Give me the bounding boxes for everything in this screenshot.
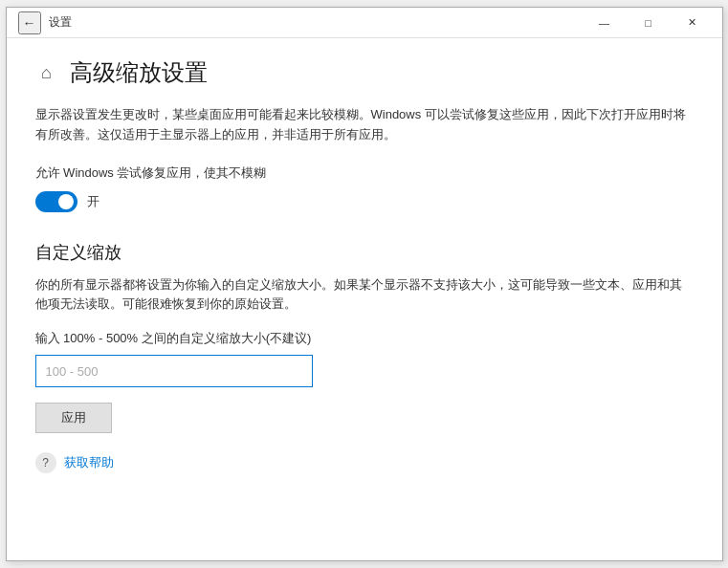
- help-icon: ?: [35, 452, 56, 473]
- title-bar-left: ← 设置: [18, 11, 72, 34]
- custom-scale-description: 你的所有显示器都将设置为你输入的自定义缩放大小。如果某个显示器不支持该大小，这可…: [35, 275, 694, 316]
- fix-blur-toggle[interactable]: [35, 191, 77, 212]
- minimize-button[interactable]: —: [583, 8, 627, 38]
- page-header: ⌂ 高级缩放设置: [35, 57, 694, 88]
- help-row: ? 获取帮助: [35, 452, 694, 473]
- custom-scale-title: 自定义缩放: [35, 241, 694, 264]
- toggle-section-label: 允许 Windows 尝试修复应用，使其不模糊: [35, 164, 694, 182]
- scale-input[interactable]: [35, 355, 313, 387]
- toggle-thumb: [58, 194, 74, 209]
- help-link[interactable]: 获取帮助: [64, 454, 114, 471]
- back-button[interactable]: ←: [18, 11, 41, 34]
- title-bar-controls: — □ ✕: [583, 8, 715, 38]
- toggle-row: 开: [35, 191, 694, 212]
- home-icon: ⌂: [35, 61, 58, 84]
- window-title: 设置: [49, 14, 72, 31]
- apply-button[interactable]: 应用: [35, 403, 112, 433]
- title-bar: ← 设置 — □ ✕: [7, 8, 722, 38]
- maximize-button[interactable]: □: [627, 8, 671, 38]
- page-title: 高级缩放设置: [70, 57, 208, 88]
- close-button[interactable]: ✕: [671, 8, 715, 38]
- settings-window: ← 设置 — □ ✕ ⌂ 高级缩放设置 显示器设置发生更改时，某些桌面应用可能看…: [6, 7, 723, 561]
- toggle-state-label: 开: [87, 193, 99, 210]
- scale-input-label: 输入 100% - 500% 之间的自定义缩放大小(不建议): [35, 330, 694, 347]
- page-content: ⌂ 高级缩放设置 显示器设置发生更改时，某些桌面应用可能看起来比较模糊。Wind…: [7, 38, 722, 560]
- page-description: 显示器设置发生更改时，某些桌面应用可能看起来比较模糊。Windows 可以尝试修…: [35, 105, 694, 145]
